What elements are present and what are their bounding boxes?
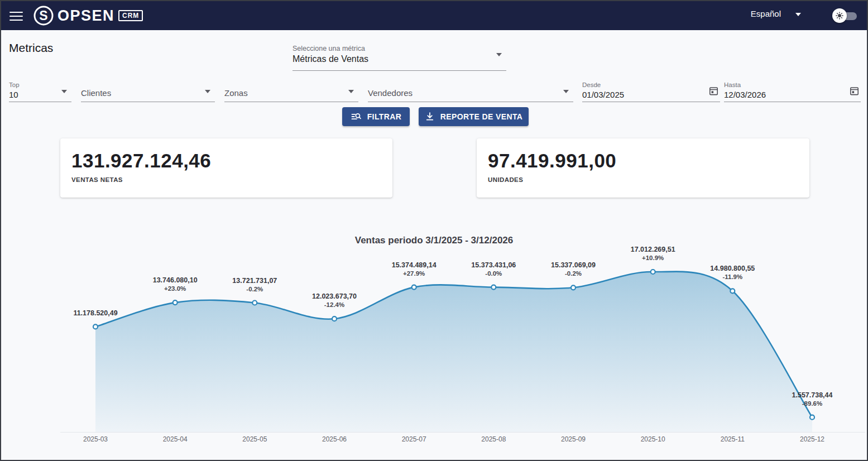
metric-select[interactable]: Seleccione una métrica Métricas de Venta… (292, 45, 506, 71)
chart-point-percent: +10.9% (642, 254, 664, 261)
brand-logo[interactable]: S S OPSEN CRM (32, 4, 143, 27)
toggle-thumb (832, 8, 847, 23)
filter-search-icon (351, 111, 362, 122)
desde-date-field[interactable]: Desde 01/03/2025 (582, 81, 720, 102)
kpi-value: 131.927.124,46 (71, 150, 211, 172)
chart-point-value: 15.374.489,14 (392, 261, 437, 269)
x-axis-label: 2025-05 (242, 435, 267, 443)
chart-point-marker[interactable] (173, 300, 178, 305)
chart-point-value: 15.337.069,09 (551, 261, 596, 269)
chart-point-value: 13.721.731,07 (232, 277, 277, 285)
x-axis-label: 2025-06 (322, 435, 347, 443)
chart-point-marker[interactable] (730, 289, 735, 293)
calendar-icon[interactable] (849, 85, 860, 96)
chart-point-value: 13.746.080,10 (153, 276, 198, 284)
x-axis-label: 2025-11 (721, 435, 745, 443)
x-axis-label: 2025-09 (561, 435, 586, 443)
filtrar-button-label: FILTRAR (367, 112, 402, 121)
chevron-down-icon (563, 90, 569, 93)
chevron-down-icon (496, 53, 502, 56)
hasta-label: Hasta (724, 81, 861, 88)
chevron-down-icon (795, 13, 801, 16)
chart-point-percent: -0.0% (485, 270, 502, 277)
app-window: S S OPSEN CRM Español (0, 0, 868, 461)
chevron-down-icon (205, 90, 210, 93)
x-axis-label: 2025-04 (163, 435, 188, 443)
top-filter-label: Top (9, 81, 71, 88)
chart-point-percent: -0.2% (565, 270, 582, 277)
metric-select-label: Seleccione una métrica (292, 45, 506, 52)
language-label: Español (751, 9, 781, 18)
calendar-icon[interactable] (708, 85, 719, 96)
top-navbar: S S OPSEN CRM Español (1, 1, 867, 30)
area-fill (95, 272, 812, 432)
chart-point-percent: +23.0% (164, 285, 186, 292)
chart-point-marker[interactable] (93, 324, 98, 329)
download-icon (425, 112, 435, 122)
chart-point-marker[interactable] (571, 285, 576, 290)
chart-point-marker[interactable] (810, 415, 814, 420)
brand-badge: CRM (118, 10, 143, 21)
reporte-de-venta-button[interactable]: REPORTE DE VENTA (419, 107, 529, 126)
zonas-filter[interactable]: Zonas (224, 81, 358, 102)
vendedores-filter-placeholder: Vendedores (368, 88, 573, 98)
chart-point-value: 11.178.520,49 (73, 309, 117, 317)
filtrar-button[interactable]: FILTRAR (342, 107, 410, 126)
desde-label: Desde (582, 81, 720, 88)
chart-point-marker[interactable] (412, 285, 416, 290)
chevron-down-icon (348, 90, 354, 93)
page-title: Metricas (9, 41, 53, 55)
chart-point-marker[interactable] (332, 316, 337, 321)
hasta-date-field[interactable]: Hasta 12/03/2026 (724, 81, 861, 102)
desde-value: 01/03/2025 (582, 90, 720, 99)
svg-text:S: S (39, 8, 47, 23)
brand-name: OPSEN (57, 7, 114, 25)
chart-point-value: 12.023.673,70 (312, 292, 357, 300)
chart-point-marker[interactable] (252, 301, 257, 305)
kpi-value: 97.419.991,00 (488, 150, 616, 172)
opsen-logo-icon: S S (32, 4, 55, 27)
menu-icon[interactable] (9, 9, 23, 22)
top-filter[interactable]: Top 10 (9, 81, 71, 102)
chart-point-value: 17.012.269,51 (631, 246, 675, 253)
vendedores-filter[interactable]: Vendedores (368, 81, 573, 102)
chart-point-value: 14.980.800,55 (710, 265, 755, 272)
kpi-label: UNIDADES (488, 176, 523, 183)
x-axis-label: 2025-10 (641, 435, 665, 443)
chart-point-value: 15.373.431,06 (471, 261, 516, 269)
zonas-filter-placeholder: Zonas (224, 88, 358, 98)
sun-icon (836, 12, 843, 20)
chart-point-marker[interactable] (651, 270, 655, 274)
sales-area-chart: 11.178.520,492025-0313.746.080,10+23.0%2… (1, 224, 868, 461)
clientes-filter[interactable]: Clientes (81, 81, 215, 102)
theme-toggle[interactable] (832, 8, 857, 23)
kpi-card-ventas-netas: 131.927.124,46 VENTAS NETAS (60, 138, 392, 198)
clientes-filter-placeholder: Clientes (81, 88, 215, 98)
x-axis-label: 2025-03 (83, 435, 108, 443)
x-axis-label: 2025-12 (800, 435, 824, 443)
chart-point-percent: -12.4% (324, 301, 344, 308)
metric-select-value: Métricas de Ventas (292, 54, 506, 64)
chart-point-percent: +27.9% (403, 270, 425, 277)
chart-point-percent: -89.6% (802, 400, 822, 407)
kpi-label: VENTAS NETAS (71, 176, 123, 183)
x-axis-label: 2025-07 (402, 435, 426, 443)
chevron-down-icon (61, 90, 67, 93)
chart-point-value: 1.557.738,44 (792, 391, 833, 399)
kpi-card-unidades: 97.419.991,00 UNIDADES (477, 138, 809, 198)
reporte-button-label: REPORTE DE VENTA (440, 112, 523, 121)
language-selector[interactable]: Español (751, 9, 801, 18)
chart-point-marker[interactable] (491, 285, 496, 290)
x-axis-label: 2025-08 (481, 435, 506, 443)
chart-point-percent: -11.9% (722, 273, 742, 280)
chart-canvas (1, 224, 868, 461)
chart-point-percent: -0.2% (246, 286, 263, 292)
hasta-value: 12/03/2026 (724, 90, 861, 99)
